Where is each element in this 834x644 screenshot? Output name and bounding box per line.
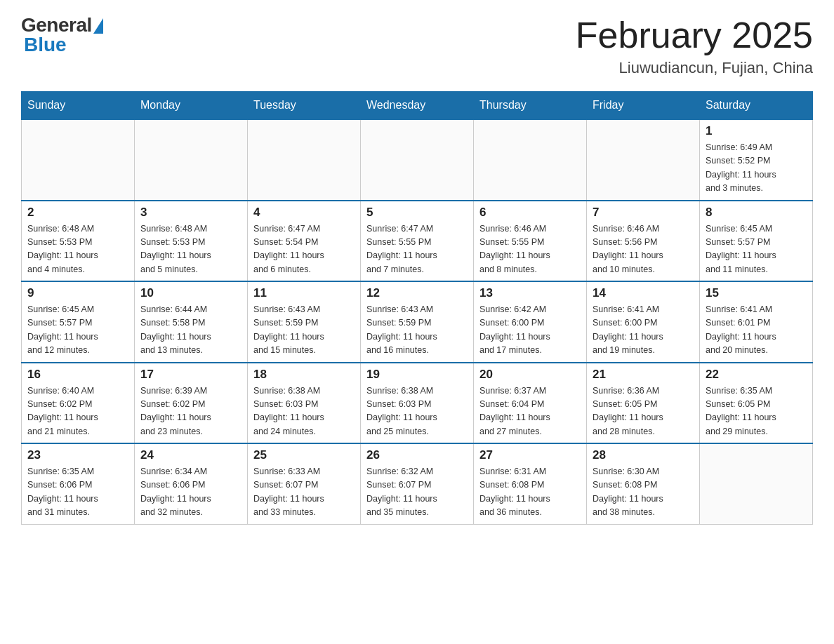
day-info: Sunrise: 6:47 AMSunset: 5:55 PMDaylight:… (366, 222, 468, 277)
weekday-header-tuesday: Tuesday (248, 92, 361, 120)
day-number: 6 (479, 206, 581, 220)
day-info: Sunrise: 6:46 AMSunset: 5:55 PMDaylight:… (479, 222, 581, 277)
day-info: Sunrise: 6:30 AMSunset: 6:08 PMDaylight:… (593, 465, 694, 520)
day-number: 1 (706, 124, 807, 138)
day-number: 8 (706, 206, 807, 220)
week-row-2: 2Sunrise: 6:48 AMSunset: 5:53 PMDaylight… (22, 201, 813, 282)
day-number: 13 (479, 286, 581, 300)
weekday-header-monday: Monday (135, 92, 248, 120)
calendar-cell (474, 119, 587, 201)
day-info: Sunrise: 6:40 AMSunset: 6:02 PMDaylight:… (27, 384, 128, 439)
logo-triangle-icon (93, 18, 103, 34)
day-info: Sunrise: 6:38 AMSunset: 6:03 PMDaylight:… (366, 384, 468, 439)
day-number: 4 (253, 206, 355, 220)
calendar-cell: 7Sunrise: 6:46 AMSunset: 5:56 PMDaylight… (587, 201, 700, 282)
calendar-cell: 11Sunrise: 6:43 AMSunset: 5:59 PMDayligh… (248, 281, 361, 363)
calendar-cell: 23Sunrise: 6:35 AMSunset: 6:06 PMDayligh… (22, 443, 135, 524)
day-info: Sunrise: 6:47 AMSunset: 5:54 PMDaylight:… (253, 222, 355, 277)
day-info: Sunrise: 6:45 AMSunset: 5:57 PMDaylight:… (706, 222, 807, 277)
calendar-cell: 24Sunrise: 6:34 AMSunset: 6:06 PMDayligh… (135, 443, 248, 524)
day-number: 16 (27, 368, 128, 382)
day-info: Sunrise: 6:34 AMSunset: 6:06 PMDaylight:… (140, 465, 241, 520)
day-number: 25 (253, 448, 355, 462)
day-number: 9 (27, 286, 128, 300)
week-row-4: 16Sunrise: 6:40 AMSunset: 6:02 PMDayligh… (22, 363, 813, 444)
logo: General Blue (21, 14, 103, 56)
day-info: Sunrise: 6:37 AMSunset: 6:04 PMDaylight:… (479, 384, 581, 439)
page-header: General Blue February 2025 Liuwudiancun,… (21, 14, 813, 77)
day-info: Sunrise: 6:42 AMSunset: 6:00 PMDaylight:… (479, 303, 581, 358)
day-number: 10 (140, 286, 241, 300)
calendar-cell: 21Sunrise: 6:36 AMSunset: 6:05 PMDayligh… (587, 363, 700, 444)
calendar-cell: 15Sunrise: 6:41 AMSunset: 6:01 PMDayligh… (700, 281, 813, 363)
week-row-5: 23Sunrise: 6:35 AMSunset: 6:06 PMDayligh… (22, 443, 813, 524)
day-number: 3 (140, 206, 241, 220)
month-title: February 2025 (576, 14, 813, 56)
day-number: 7 (593, 206, 694, 220)
calendar-cell: 17Sunrise: 6:39 AMSunset: 6:02 PMDayligh… (135, 363, 248, 444)
day-number: 2 (27, 206, 128, 220)
day-info: Sunrise: 6:38 AMSunset: 6:03 PMDaylight:… (253, 384, 355, 439)
weekday-header-friday: Friday (587, 92, 700, 120)
weekday-header-wednesday: Wednesday (361, 92, 474, 120)
calendar-cell: 22Sunrise: 6:35 AMSunset: 6:05 PMDayligh… (700, 363, 813, 444)
calendar-cell: 6Sunrise: 6:46 AMSunset: 5:55 PMDaylight… (474, 201, 587, 282)
day-info: Sunrise: 6:49 AMSunset: 5:52 PMDaylight:… (706, 141, 807, 196)
title-block: February 2025 Liuwudiancun, Fujian, Chin… (576, 14, 813, 77)
calendar-cell: 1Sunrise: 6:49 AMSunset: 5:52 PMDaylight… (700, 119, 813, 201)
calendar-cell: 9Sunrise: 6:45 AMSunset: 5:57 PMDaylight… (22, 281, 135, 363)
day-number: 15 (706, 286, 807, 300)
calendar-cell: 18Sunrise: 6:38 AMSunset: 6:03 PMDayligh… (248, 363, 361, 444)
day-number: 23 (27, 448, 128, 462)
day-info: Sunrise: 6:39 AMSunset: 6:02 PMDaylight:… (140, 384, 241, 439)
calendar-cell: 4Sunrise: 6:47 AMSunset: 5:54 PMDaylight… (248, 201, 361, 282)
calendar-cell: 3Sunrise: 6:48 AMSunset: 5:53 PMDaylight… (135, 201, 248, 282)
calendar-cell: 27Sunrise: 6:31 AMSunset: 6:08 PMDayligh… (474, 443, 587, 524)
calendar-table: SundayMondayTuesdayWednesdayThursdayFrid… (21, 91, 813, 525)
calendar-cell (248, 119, 361, 201)
calendar-cell: 28Sunrise: 6:30 AMSunset: 6:08 PMDayligh… (587, 443, 700, 524)
day-info: Sunrise: 6:43 AMSunset: 5:59 PMDaylight:… (366, 303, 468, 358)
day-number: 19 (366, 368, 468, 382)
calendar-cell: 25Sunrise: 6:33 AMSunset: 6:07 PMDayligh… (248, 443, 361, 524)
calendar-cell: 13Sunrise: 6:42 AMSunset: 6:00 PMDayligh… (474, 281, 587, 363)
day-number: 27 (479, 448, 581, 462)
day-info: Sunrise: 6:41 AMSunset: 6:00 PMDaylight:… (593, 303, 694, 358)
day-info: Sunrise: 6:32 AMSunset: 6:07 PMDaylight:… (366, 465, 468, 520)
day-number: 12 (366, 286, 468, 300)
calendar-cell: 8Sunrise: 6:45 AMSunset: 5:57 PMDaylight… (700, 201, 813, 282)
week-row-3: 9Sunrise: 6:45 AMSunset: 5:57 PMDaylight… (22, 281, 813, 363)
day-number: 11 (253, 286, 355, 300)
day-info: Sunrise: 6:35 AMSunset: 6:06 PMDaylight:… (27, 465, 128, 520)
weekday-header-saturday: Saturday (700, 92, 813, 120)
calendar-cell: 12Sunrise: 6:43 AMSunset: 5:59 PMDayligh… (361, 281, 474, 363)
day-number: 20 (479, 368, 581, 382)
calendar-cell: 20Sunrise: 6:37 AMSunset: 6:04 PMDayligh… (474, 363, 587, 444)
weekday-header-sunday: Sunday (22, 92, 135, 120)
day-info: Sunrise: 6:35 AMSunset: 6:05 PMDaylight:… (706, 384, 807, 439)
calendar-cell (700, 443, 813, 524)
calendar-cell: 2Sunrise: 6:48 AMSunset: 5:53 PMDaylight… (22, 201, 135, 282)
calendar-cell: 19Sunrise: 6:38 AMSunset: 6:03 PMDayligh… (361, 363, 474, 444)
day-number: 18 (253, 368, 355, 382)
day-info: Sunrise: 6:48 AMSunset: 5:53 PMDaylight:… (27, 222, 128, 277)
day-info: Sunrise: 6:41 AMSunset: 6:01 PMDaylight:… (706, 303, 807, 358)
day-info: Sunrise: 6:33 AMSunset: 6:07 PMDaylight:… (253, 465, 355, 520)
calendar-cell (22, 119, 135, 201)
day-number: 28 (593, 448, 694, 462)
day-info: Sunrise: 6:31 AMSunset: 6:08 PMDaylight:… (479, 465, 581, 520)
day-info: Sunrise: 6:45 AMSunset: 5:57 PMDaylight:… (27, 303, 128, 358)
logo-blue-text: Blue (24, 34, 67, 56)
day-info: Sunrise: 6:36 AMSunset: 6:05 PMDaylight:… (593, 384, 694, 439)
calendar-cell (361, 119, 474, 201)
calendar-cell: 16Sunrise: 6:40 AMSunset: 6:02 PMDayligh… (22, 363, 135, 444)
calendar-cell: 10Sunrise: 6:44 AMSunset: 5:58 PMDayligh… (135, 281, 248, 363)
location-text: Liuwudiancun, Fujian, China (576, 59, 813, 77)
day-number: 24 (140, 448, 241, 462)
day-number: 22 (706, 368, 807, 382)
day-info: Sunrise: 6:48 AMSunset: 5:53 PMDaylight:… (140, 222, 241, 277)
calendar-cell (135, 119, 248, 201)
day-number: 14 (593, 286, 694, 300)
day-number: 17 (140, 368, 241, 382)
day-info: Sunrise: 6:46 AMSunset: 5:56 PMDaylight:… (593, 222, 694, 277)
